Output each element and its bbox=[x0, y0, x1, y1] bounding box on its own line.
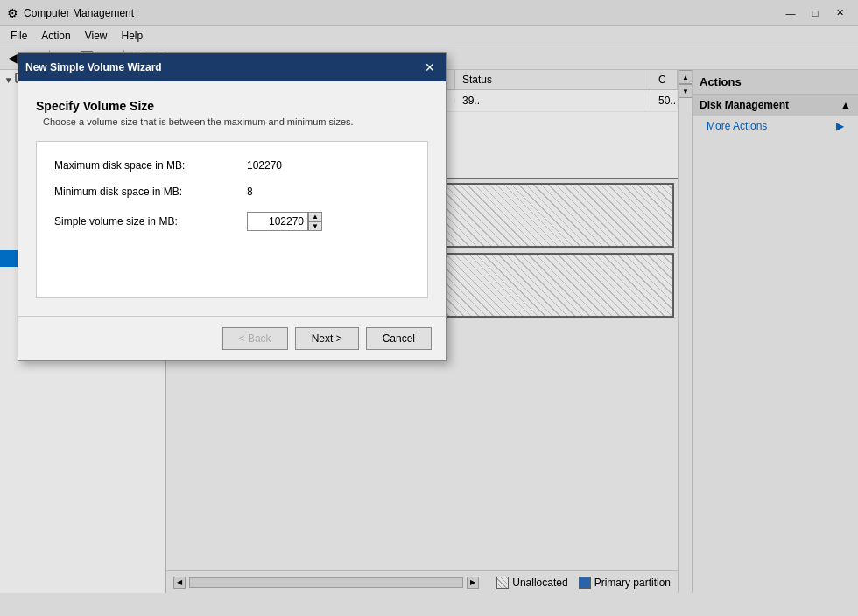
volume-size-spinbox: ▲ ▼ bbox=[247, 212, 322, 231]
spinbox-buttons: ▲ ▼ bbox=[308, 212, 322, 231]
max-space-row: Maximum disk space in MB: 102270 bbox=[54, 159, 410, 172]
wizard-title: New Simple Volume Wizard bbox=[25, 61, 162, 74]
volume-size-input[interactable] bbox=[247, 212, 308, 231]
volume-size-row: Simple volume size in MB: ▲ ▼ bbox=[54, 212, 410, 231]
min-space-value: 8 bbox=[247, 186, 253, 198]
cancel-button[interactable]: Cancel bbox=[366, 327, 432, 350]
new-volume-wizard-dialog: New Simple Volume Wizard ✕ Specify Volum… bbox=[18, 52, 447, 361]
spinbox-down-btn[interactable]: ▼ bbox=[308, 221, 322, 231]
back-button[interactable]: < Back bbox=[222, 327, 288, 350]
wizard-content-area: Maximum disk space in MB: 102270 Minimum… bbox=[36, 141, 428, 298]
volume-size-label: Simple volume size in MB: bbox=[54, 215, 247, 228]
wizard-title-bar: New Simple Volume Wizard ✕ bbox=[18, 53, 446, 81]
modal-overlay: New Simple Volume Wizard ✕ Specify Volum… bbox=[0, 0, 858, 616]
wizard-footer: < Back Next > Cancel bbox=[18, 316, 446, 360]
next-button[interactable]: Next > bbox=[295, 327, 359, 350]
max-space-label: Maximum disk space in MB: bbox=[54, 159, 247, 172]
spinbox-up-btn[interactable]: ▲ bbox=[308, 212, 322, 221]
max-space-value: 102270 bbox=[247, 159, 282, 172]
wizard-header-section: Specify Volume Size Choose a volume size… bbox=[36, 99, 428, 127]
wizard-subtitle: Choose a volume size that is between the… bbox=[43, 116, 428, 127]
wizard-body: Specify Volume Size Choose a volume size… bbox=[18, 81, 446, 316]
wizard-main-title: Specify Volume Size bbox=[36, 99, 428, 113]
min-space-label: Minimum disk space in MB: bbox=[54, 186, 247, 198]
min-space-row: Minimum disk space in MB: 8 bbox=[54, 186, 410, 198]
wizard-close-btn[interactable]: ✕ bbox=[421, 59, 439, 76]
